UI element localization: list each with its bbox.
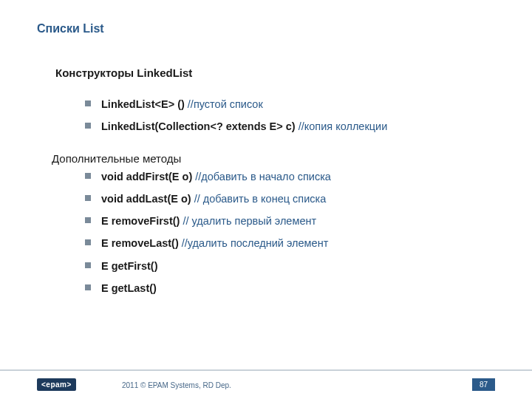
method-signature: void addFirst(E o) bbox=[101, 171, 195, 183]
list-item: LinkedList<E> () //пустой список bbox=[85, 97, 488, 112]
list-item: E removeLast() //удалить последний элеме… bbox=[85, 236, 488, 250]
method-comment: // удалить первый элемент bbox=[183, 215, 316, 227]
list-item: void addFirst(E o) //добавить в начало с… bbox=[85, 169, 488, 184]
method-comment: // добавить в конец списка bbox=[194, 193, 327, 205]
slide-content: Конструкторы LinkedList LinkedList<E> ()… bbox=[55, 66, 488, 303]
list-item: E getFirst() bbox=[85, 259, 488, 273]
method-comment: //добавить в начало списка bbox=[195, 171, 331, 183]
method-comment: //удалить последний элемент bbox=[182, 237, 329, 249]
methods-list: void addFirst(E o) //добавить в начало с… bbox=[85, 169, 488, 296]
method-signature: LinkedList(Collection<? extends E> c) bbox=[101, 120, 299, 132]
method-comment: //пустой список bbox=[188, 98, 263, 110]
method-comment: //копия коллекции bbox=[299, 120, 388, 132]
method-signature: E getFirst() bbox=[101, 260, 158, 272]
constructors-list: LinkedList<E> () //пустой список LinkedL… bbox=[85, 97, 488, 134]
footer-divider bbox=[0, 369, 532, 371]
list-item: E removeFirst() // удалить первый элемен… bbox=[85, 214, 488, 228]
method-signature: E removeFirst() bbox=[101, 215, 183, 227]
slide-title: Списки List bbox=[37, 22, 104, 35]
method-signature: E removeLast() bbox=[101, 237, 182, 249]
copyright-text: 2011 © EPAM Systems, RD Dep. bbox=[122, 381, 231, 389]
method-signature: void addLast(E o) bbox=[101, 193, 194, 205]
list-item: E getLast() bbox=[85, 281, 488, 296]
epam-logo: <epam> bbox=[37, 378, 76, 391]
method-signature: E getLast() bbox=[101, 282, 157, 294]
method-signature: LinkedList<E> () bbox=[101, 98, 188, 110]
slide-footer: <epam> 2011 © EPAM Systems, RD Dep. 87 bbox=[0, 369, 532, 399]
constructors-heading: Конструкторы LinkedList bbox=[55, 66, 488, 79]
page-number: 87 bbox=[472, 378, 495, 391]
list-item: LinkedList(Collection<? extends E> c) //… bbox=[85, 119, 488, 134]
list-item: void addLast(E o) // добавить в конец сп… bbox=[85, 191, 488, 206]
methods-heading: Дополнительные методы bbox=[52, 152, 488, 165]
